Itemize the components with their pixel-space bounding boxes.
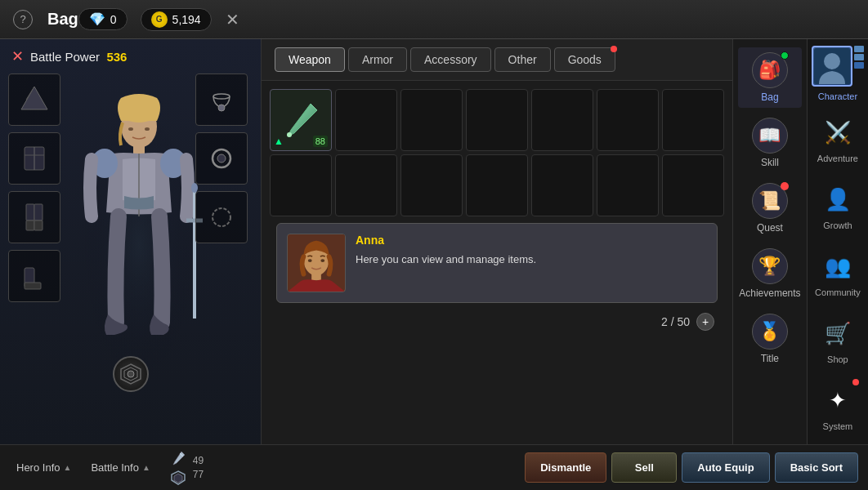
action-buttons: Dismantle Sell Auto Equip Basic Sort <box>525 452 858 483</box>
far-right-panel: Character ⚔️ Adventure 👤 Growth 👥 Commun… <box>807 39 868 444</box>
basic-sort-button[interactable]: Basic Sort <box>775 452 858 483</box>
character-label: Character <box>818 91 857 101</box>
dismantle-button[interactable]: Dismantle <box>525 452 606 483</box>
npc-avatar-inner <box>288 234 345 292</box>
equip-slots-left <box>8 74 65 302</box>
grid-cell-11[interactable] <box>531 154 593 216</box>
stats-area: 49 77 <box>170 450 204 486</box>
gold-icon: G <box>151 11 168 28</box>
grid-cell-10[interactable] <box>466 154 528 216</box>
equip-slots-right <box>195 74 253 243</box>
npc-text: Anna Here you can view and manage items. <box>356 234 536 268</box>
equip-slot-ring1[interactable] <box>195 132 248 185</box>
grid-cell-3[interactable] <box>466 89 528 151</box>
sidebar-title-label: Title <box>761 353 779 364</box>
left-panel: ✕ Battle Power 536 <box>0 39 262 444</box>
svg-point-26 <box>217 154 226 163</box>
close-button[interactable]: ✕ <box>221 8 244 31</box>
grid-cell-8[interactable] <box>335 154 397 216</box>
tab-other[interactable]: Other <box>494 47 551 72</box>
sell-button[interactable]: Sell <box>611 452 677 483</box>
item-level-badge: 88 <box>313 136 328 147</box>
growth-icon: 👤 <box>818 180 857 219</box>
far-right-shop[interactable]: 🛒 Shop <box>811 309 865 369</box>
svg-point-27 <box>213 208 230 226</box>
bag-dot <box>781 51 789 60</box>
help-button[interactable]: ? <box>13 10 33 29</box>
tab-accessory[interactable]: Accessory <box>410 47 491 72</box>
far-right-growth[interactable]: 👤 Growth <box>811 175 865 235</box>
adventure-icon: ⚔️ <box>818 113 857 152</box>
grid-cell-1[interactable] <box>335 89 397 151</box>
add-slot-button[interactable]: + <box>696 313 714 331</box>
community-icon: 👥 <box>818 247 857 286</box>
svg-point-29 <box>287 132 292 137</box>
svg-point-21 <box>128 127 133 131</box>
hero-info-button[interactable]: Hero Info ▲ <box>10 458 78 477</box>
tab-weapon[interactable]: Weapon <box>275 47 345 72</box>
svg-rect-7 <box>26 220 34 230</box>
slot-counter: 2 / 50 + <box>270 310 724 334</box>
hero-info-label: Hero Info <box>16 461 60 474</box>
character-bars <box>854 46 864 69</box>
sidebar-item-achievements[interactable]: 🏆 Achievements <box>738 243 802 304</box>
attack-icon <box>170 450 186 466</box>
equip-slot-ring2[interactable] <box>195 191 248 243</box>
auto-equip-button[interactable]: Auto Equip <box>682 452 769 483</box>
battle-info-chevron: ▲ <box>142 463 150 472</box>
svg-marker-0 <box>21 87 47 109</box>
svg-rect-10 <box>25 283 41 289</box>
tab-armor[interactable]: Armor <box>348 47 407 72</box>
sidebar-item-title[interactable]: 🏅 Title <box>738 309 802 369</box>
header: ? Bag 💎 0 G 5,194 ✕ <box>0 0 868 39</box>
grid-cell-5[interactable] <box>597 89 659 151</box>
sidebar-item-quest[interactable]: 📜 Quest <box>738 178 802 238</box>
svg-rect-6 <box>34 204 43 220</box>
slot-count: 2 / 50 <box>661 315 690 328</box>
system-dot <box>852 379 859 385</box>
equip-slot-boots[interactable] <box>8 250 60 302</box>
grid-cell-6[interactable] <box>662 89 724 151</box>
grid-cell-7[interactable] <box>270 154 332 216</box>
far-right-adventure[interactable]: ⚔️ Adventure <box>811 108 865 168</box>
gold-currency: G 5,194 <box>141 8 212 31</box>
bottom-bar: Hero Info ▲ Battle Info ▲ 49 77 <box>0 444 868 490</box>
equip-slot-head[interactable] <box>8 74 60 126</box>
npc-avatar <box>287 234 346 292</box>
battle-power-icon: ✕ <box>11 47 24 65</box>
grid-cell-9[interactable] <box>400 154 463 216</box>
battle-info-button[interactable]: Battle Info ▲ <box>84 458 156 477</box>
svg-point-33 <box>308 259 312 262</box>
character-model <box>65 74 213 400</box>
far-right-community[interactable]: 👥 Community <box>811 242 865 302</box>
equip-slot-legs[interactable] <box>8 191 60 243</box>
svg-point-23 <box>213 94 230 99</box>
grid-area: ▲ 88 <box>262 81 732 444</box>
sidebar-achievements-label: Achievements <box>739 287 800 299</box>
stat-values: 49 77 <box>193 454 204 482</box>
svg-point-22 <box>145 127 150 131</box>
grid-cell-2[interactable] <box>400 89 463 151</box>
title-icon: 🏅 <box>752 314 788 350</box>
grid-cell-0[interactable]: ▲ 88 <box>270 89 332 151</box>
sidebar-bag-label: Bag <box>761 91 778 103</box>
battle-power-label: Battle Power 536 <box>30 50 127 64</box>
grid-cell-4[interactable] <box>531 89 593 151</box>
quest-icon: 📜 <box>752 183 788 219</box>
content-area: ✕ Battle Power 536 <box>0 39 868 444</box>
character-portrait <box>812 46 852 87</box>
upgrade-indicator: ▲ <box>274 136 284 147</box>
equip-slot-chest[interactable] <box>8 132 60 185</box>
tab-goods[interactable]: Goods <box>554 47 615 72</box>
equip-slot-necklace[interactable] <box>195 74 248 126</box>
sidebar-item-bag[interactable]: 🎒 Bag <box>738 47 802 108</box>
grid-cell-12[interactable] <box>597 154 659 216</box>
character-button[interactable]: Character <box>812 46 864 101</box>
gold-count: 5,194 <box>172 13 201 26</box>
stat-icons <box>170 450 186 486</box>
community-label: Community <box>815 287 861 297</box>
sidebar-item-skill[interactable]: 📖 Skill <box>738 113 802 173</box>
grid-cell-13[interactable] <box>662 154 724 216</box>
far-right-system[interactable]: ✦ System <box>811 376 865 436</box>
achievements-icon: 🏆 <box>752 248 788 284</box>
